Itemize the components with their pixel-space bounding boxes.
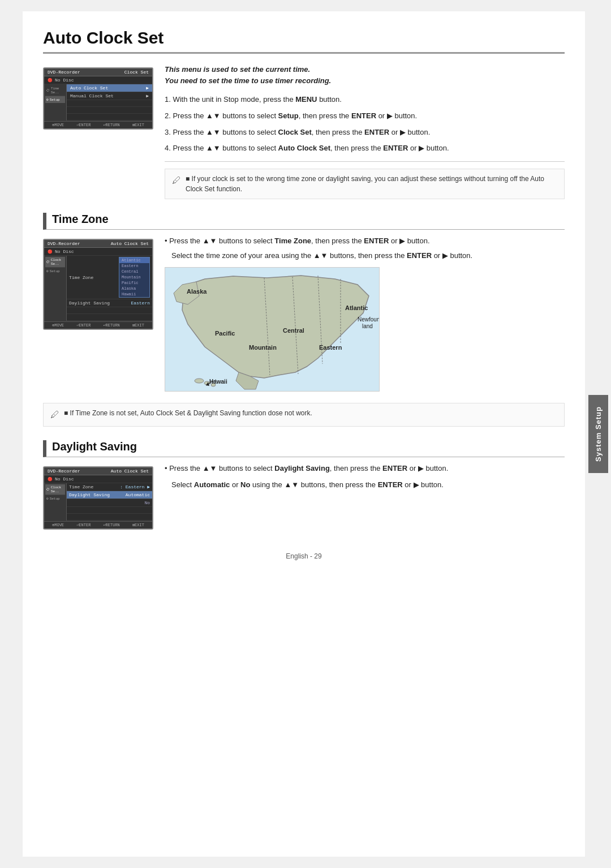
timezone-sub: Select the time zone of your area using … bbox=[165, 250, 565, 261]
svg-text:Atlantic: Atlantic bbox=[345, 304, 368, 311]
step-3: 3. Press the ▲▼ buttons to select Clock … bbox=[165, 127, 565, 139]
svg-text:Mountain: Mountain bbox=[249, 344, 277, 351]
dvd-screen-1: DVD-Recorder Clock Set 🔴 No Disc ⏱ bbox=[43, 67, 153, 130]
dvd-screen-2: DVD-Recorder Auto Clock Set 🔴 No Disc ⏱ … bbox=[43, 239, 153, 330]
screen2-header-right: Auto Clock Set bbox=[111, 241, 149, 246]
screen1-nodisk-label: No Disc bbox=[55, 78, 74, 83]
screen1-footer-move: ⊕MOVE bbox=[52, 123, 64, 127]
steps-list: 1. With the unit in Stop mode, press the… bbox=[165, 94, 565, 154]
page-title: Auto Clock Set bbox=[43, 28, 565, 54]
section-title-daylight: Daylight Saving bbox=[43, 440, 565, 457]
daylight-sub1: Select Automatic or No using the ▲▼ butt… bbox=[165, 479, 565, 491]
timezone-bullet: • Press the ▲▼ buttons to select Time Zo… bbox=[165, 235, 565, 247]
screen1-header-right: Clock Set bbox=[124, 70, 149, 75]
side-tab: System Setup bbox=[585, 0, 611, 868]
section-title-timezone: Time Zone bbox=[43, 213, 565, 230]
footer-text: English - 29 bbox=[286, 552, 321, 560]
step-4: 4. Press the ▲▼ buttons to select Auto C… bbox=[165, 143, 565, 154]
timezone-section: Time Zone DVD-Recorder Auto Clock Set 🔴 … bbox=[43, 213, 565, 427]
step-2: 2. Press the ▲▼ buttons to select Setup,… bbox=[165, 110, 565, 122]
svg-text:Central: Central bbox=[283, 327, 304, 334]
svg-text:Alaska: Alaska bbox=[187, 288, 207, 295]
map-svg: Alaska Hawaii Pacific Mountain Central E… bbox=[165, 268, 380, 392]
svg-text:Eastern: Eastern bbox=[319, 344, 342, 351]
note-box-1: 🖊 ■ If your clock is set to the wrong ti… bbox=[165, 169, 565, 199]
daylight-text-block: • Press the ▲▼ buttons to select Dayligh… bbox=[165, 463, 565, 490]
auto-clock-section: DVD-Recorder Clock Set 🔴 No Disc ⏱ bbox=[43, 64, 565, 199]
screen1-footer-return: ↩RETURN bbox=[103, 123, 119, 127]
timezone-map: Alaska Hawaii Pacific Mountain Central E… bbox=[165, 267, 380, 392]
daylight-bullet1: • Press the ▲▼ buttons to select Dayligh… bbox=[165, 463, 565, 474]
note1-text: ■ If your clock is set to the wrong time… bbox=[186, 174, 557, 194]
note2-text: ■ If Time Zone is not set, Auto Clock Se… bbox=[64, 408, 312, 422]
timezone-text-block: • Press the ▲▼ buttons to select Time Zo… bbox=[165, 235, 565, 399]
svg-text:Newfound-: Newfound- bbox=[358, 316, 380, 323]
intro-line2: You need to set the time to use timer re… bbox=[165, 76, 331, 85]
svg-text:land: land bbox=[362, 323, 373, 329]
screen2-header-left: DVD-Recorder bbox=[48, 241, 80, 246]
note-icon-1: 🖊 bbox=[172, 174, 181, 194]
screen1-footer-enter: ⏎ENTER bbox=[76, 123, 91, 127]
page-footer: English - 29 bbox=[43, 552, 565, 560]
intro-line1: This menu is used to set the current tim… bbox=[165, 65, 310, 74]
note-icon-2: 🖊 bbox=[50, 408, 59, 422]
svg-point-1 bbox=[195, 379, 204, 383]
screen1-header-left: DVD-Recorder bbox=[48, 70, 80, 75]
intro-text-block: This menu is used to set the current tim… bbox=[165, 64, 565, 199]
dvd-screen-3: DVD-Recorder Auto Clock Set 🔴 No Disc ⏱ … bbox=[43, 466, 153, 530]
screen1-footer-exit: ⊠EXIT bbox=[132, 123, 144, 127]
note-box-2: 🖊 ■ If Time Zone is not set, Auto Clock … bbox=[43, 403, 565, 427]
screen1-nodisk: 🔴 bbox=[48, 78, 53, 83]
step-1: 1. With the unit in Stop mode, press the… bbox=[165, 94, 565, 106]
svg-text:Pacific: Pacific bbox=[215, 330, 235, 337]
daylight-section: Daylight Saving DVD-Recorder Auto Clock … bbox=[43, 440, 565, 530]
side-tab-label: System Setup bbox=[588, 395, 608, 473]
